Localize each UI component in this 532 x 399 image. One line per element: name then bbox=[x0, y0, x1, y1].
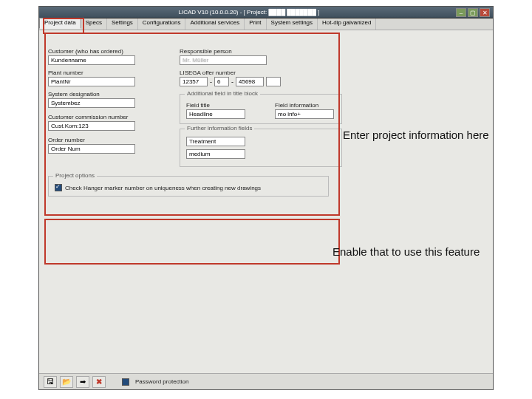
offer-sep: - bbox=[231, 78, 233, 86]
application-window: LICAD V10 (10.0.0.20) - [ Project: ████ … bbox=[38, 6, 494, 390]
check-hanger-label: Check Hanger marker number on uniqueness… bbox=[65, 185, 261, 191]
project-options-legend: Project options bbox=[53, 172, 97, 179]
field-title-input[interactable] bbox=[186, 109, 245, 119]
tab-additional-services[interactable]: Additional services bbox=[185, 18, 245, 30]
close-button[interactable]: ✕ bbox=[480, 8, 490, 17]
password-protection-label: Password protection bbox=[135, 378, 188, 385]
offer-sep: - bbox=[210, 78, 212, 86]
further-field-2[interactable] bbox=[186, 149, 245, 159]
responsible-label: Responsible person bbox=[180, 48, 267, 55]
project-options-group: Project options Check Hanger marker numb… bbox=[48, 176, 329, 197]
order-number-input[interactable] bbox=[48, 144, 135, 154]
save-icon: 🖫 bbox=[47, 378, 54, 386]
offer-input-4[interactable] bbox=[266, 77, 281, 86]
export-icon: ➡ bbox=[80, 378, 86, 386]
tab-specs[interactable]: Specs bbox=[81, 18, 107, 30]
offer-input-2[interactable] bbox=[214, 77, 229, 86]
tab-settings[interactable]: Settings bbox=[107, 18, 138, 30]
tab-hot-dip[interactable]: Hot-dip galvanized bbox=[318, 18, 376, 30]
open-button[interactable]: 📂 bbox=[60, 376, 73, 388]
close-icon: ✖ bbox=[96, 378, 102, 386]
order-number-label: Order number bbox=[48, 137, 135, 143]
annotation-callout-2: Enable that to use this feature bbox=[332, 245, 480, 259]
further-information-legend: Further information fields bbox=[185, 125, 254, 132]
further-information-group: Further information fields bbox=[180, 129, 342, 167]
folder-open-icon: 📂 bbox=[62, 378, 71, 386]
responsible-input[interactable] bbox=[180, 55, 267, 65]
tab-system-settings[interactable]: System settings bbox=[267, 18, 318, 30]
password-protection-checkbox[interactable] bbox=[122, 378, 129, 386]
tab-configurations[interactable]: Configurations bbox=[138, 18, 186, 30]
customer-input[interactable] bbox=[48, 55, 135, 65]
further-field-1[interactable] bbox=[186, 137, 245, 146]
offer-input-3[interactable] bbox=[236, 77, 264, 86]
additional-field-legend: Additional field in title block bbox=[185, 90, 260, 97]
window-title: LICAD V10 (10.0.0.20) - [ Project: ████ … bbox=[42, 9, 456, 16]
cancel-button[interactable]: ✖ bbox=[92, 376, 106, 388]
check-hanger-checkbox[interactable] bbox=[55, 184, 62, 191]
tab-print[interactable]: Print bbox=[245, 18, 266, 30]
maximize-button[interactable]: ▢ bbox=[468, 8, 478, 17]
customer-commission-label: Customer commission number bbox=[48, 114, 135, 120]
plant-number-label: Plant number bbox=[48, 69, 135, 76]
plant-number-input[interactable] bbox=[48, 77, 135, 86]
field-information-input[interactable] bbox=[275, 109, 334, 119]
content-area: Customer (who has ordered) Responsible p… bbox=[39, 30, 493, 373]
tab-bar: Project data Specs Settings Configuratio… bbox=[39, 18, 493, 30]
annotation-callout-1: Enter project information here bbox=[343, 129, 491, 142]
offer-input-1[interactable] bbox=[180, 77, 208, 86]
tab-project-data[interactable]: Project data bbox=[39, 18, 81, 29]
customer-commission-input[interactable] bbox=[48, 121, 135, 131]
system-designation-input[interactable] bbox=[48, 98, 135, 108]
titlebar: LICAD V10 (10.0.0.20) - [ Project: ████ … bbox=[39, 7, 493, 18]
bottom-toolbar: 🖫 📂 ➡ ✖ Password protection bbox=[39, 373, 493, 389]
lisega-offer-label: LISEGA offer number bbox=[180, 69, 281, 76]
field-title-label: Field title bbox=[186, 102, 245, 109]
field-information-label: Field information bbox=[275, 102, 334, 109]
system-designation-label: System designation bbox=[48, 91, 135, 98]
minimize-button[interactable]: – bbox=[456, 8, 466, 17]
additional-field-group: Additional field in title block Field ti… bbox=[180, 94, 342, 124]
export-button[interactable]: ➡ bbox=[76, 376, 89, 388]
customer-label: Customer (who has ordered) bbox=[48, 48, 135, 55]
save-button[interactable]: 🖫 bbox=[44, 376, 57, 388]
